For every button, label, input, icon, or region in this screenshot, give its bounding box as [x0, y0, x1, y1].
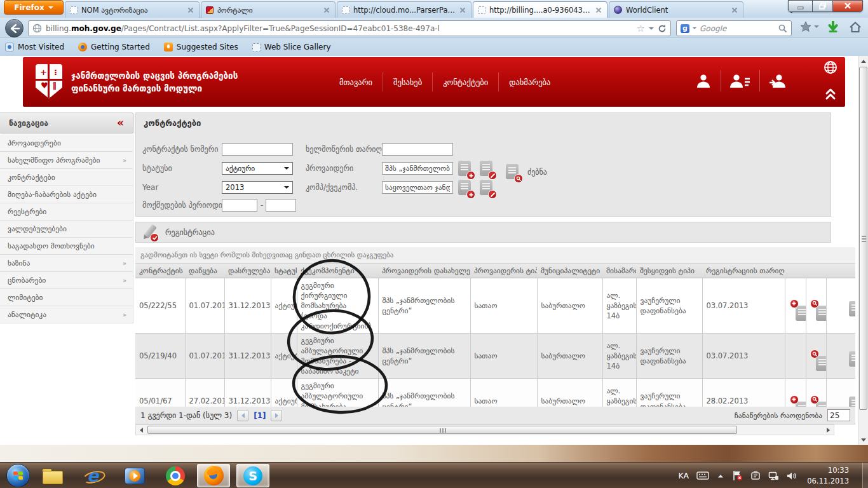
taskbar-internet-explorer[interactable] [79, 464, 107, 487]
sidebar-item-references[interactable]: ცნობარები» [0, 272, 133, 289]
close-icon[interactable] [731, 6, 738, 14]
engine-dropdown-icon[interactable] [693, 27, 696, 29]
register-button[interactable]: რეგისტრაცია [142, 224, 215, 241]
scroll-right-button[interactable] [823, 425, 834, 435]
sidebar-item-limits[interactable]: ლიმიტები [0, 289, 133, 306]
nav-about[interactable]: შესახებ [383, 72, 432, 92]
bookmark-star-icon[interactable]: ☆ [637, 23, 645, 34]
period-from-input[interactable] [222, 199, 257, 212]
col-start[interactable]: დაწყება [185, 264, 224, 278]
close-icon[interactable] [323, 6, 330, 14]
sidebar-item-acceptance-acts[interactable]: მიღება-ჩაბარების აქტები [0, 186, 133, 203]
show-desktop-button[interactable] [862, 463, 868, 488]
tab-portal[interactable]: პორტალი [201, 1, 336, 18]
component-clear-button[interactable] [480, 180, 494, 196]
col-end[interactable]: დასრულება [224, 264, 271, 278]
search-bar[interactable] [676, 20, 792, 36]
tab-nom-authorization[interactable]: NOM ავტორიზაცია [65, 1, 200, 18]
sidebar-item-liabilities[interactable]: ვალდებულებები [0, 220, 133, 238]
contract-number-input[interactable] [222, 143, 293, 156]
reload-icon[interactable] [658, 24, 667, 33]
scroll-down-button[interactable] [858, 435, 868, 445]
table-row[interactable]: 05/222/55 01.07.2013 31.12.2013 აქტიური … [135, 278, 855, 333]
sidebar-collapse-icon[interactable]: « [117, 118, 124, 128]
bookmarks-menu-button[interactable] [799, 21, 819, 32]
col-provider-type[interactable]: პროვაიდერის ტიპი [470, 264, 537, 278]
search-contracts-button[interactable]: ძებნა [506, 164, 547, 180]
action-center-flag-icon[interactable] [732, 470, 743, 481]
sidebar-item-state-programs[interactable]: სახელმწიფო პროგრამები» [0, 152, 133, 169]
nav-home[interactable]: მთავარი [329, 72, 383, 92]
horizontal-scrollbar[interactable] [135, 424, 834, 435]
component-input[interactable] [382, 181, 453, 194]
col-purchase-type[interactable]: შესყიდვის ტიპი [636, 264, 702, 278]
tab-worldclient[interactable]: WorldClient [609, 1, 743, 18]
taskbar-media-player[interactable] [121, 464, 149, 487]
hidden-icons-arrow[interactable] [717, 473, 724, 478]
sidebar-item-payment-requests[interactable]: საგადახდო მოთხოვნები [0, 238, 133, 255]
collapse-header-icon[interactable] [825, 88, 836, 103]
vertical-scrollbar-thumb[interactable] [859, 67, 867, 410]
col-contract-no[interactable]: კონტრაქტის № [135, 264, 185, 278]
col-provider-name[interactable]: პროვაიდერის დასახელება [378, 264, 470, 278]
sidebar-item-registers[interactable]: რეესტრები [0, 203, 133, 220]
nav-contacts[interactable]: კონტაქტები [432, 72, 498, 92]
firefox-menu-button[interactable]: Firefox [4, 0, 64, 15]
start-button[interactable] [6, 464, 30, 487]
language-globe-icon[interactable] [824, 60, 837, 77]
home-button[interactable] [849, 21, 862, 33]
tab-cloud-parserpage[interactable]: http://cloud.mo...ParserPage.aspx [337, 1, 471, 18]
taskbar-skype[interactable] [236, 464, 269, 487]
network-icon[interactable] [768, 471, 779, 480]
tab-billing-active[interactable]: http://billing....a0-9360430033a8 [473, 1, 607, 18]
provider-clear-button[interactable] [480, 161, 494, 177]
col-municipality[interactable]: მუნიციპალიტეტი [537, 264, 602, 278]
removable-device-icon[interactable] [750, 471, 761, 480]
search-icon[interactable] [778, 24, 787, 33]
provider-input[interactable] [382, 162, 453, 175]
col-subcomponent[interactable]: ქვეკომპონენტი [297, 264, 378, 278]
col-address[interactable]: მისამართი [602, 264, 636, 278]
sidebar-item-contracts[interactable]: კონტრაქტები [0, 169, 133, 186]
minimize-button[interactable] [788, 0, 812, 12]
bookmark-getting-started[interactable]: Getting Started [78, 43, 150, 51]
back-button[interactable] [5, 19, 24, 37]
restore-button[interactable] [812, 0, 832, 12]
col-reg-date[interactable]: რეგისტრაციის თარიღი [702, 264, 785, 278]
period-to-input[interactable] [266, 199, 296, 212]
scroll-left-button[interactable] [136, 425, 147, 435]
sidebar-item-providers[interactable]: პროვაიდერები [0, 135, 133, 152]
year-select[interactable]: 2013 [222, 181, 293, 194]
vertical-scrollbar[interactable] [858, 56, 868, 445]
current-page-button[interactable]: [1] [254, 411, 266, 420]
url-bar[interactable]: billing.moh.gov.ge/Pages/Contract/List.a… [28, 20, 671, 36]
col-status[interactable]: სტატუსი [271, 264, 297, 278]
language-indicator[interactable]: KA [679, 471, 689, 480]
table-row[interactable]: 05/219/40 01.07.2013 31.12.2013 აქტიური … [135, 333, 855, 378]
close-window-button[interactable] [832, 0, 863, 12]
downloads-button[interactable] [827, 21, 839, 34]
google-engine-icon[interactable] [681, 24, 689, 33]
provider-add-button[interactable] [458, 161, 472, 177]
records-input[interactable] [827, 409, 850, 421]
keyboard-icon[interactable] [696, 471, 709, 480]
taskbar-clock[interactable]: 10:33 06.11.2013 [807, 465, 849, 485]
taskbar-firefox[interactable] [197, 464, 230, 487]
close-icon[interactable] [595, 6, 602, 14]
sidebar-item-treasury[interactable]: ხაზინა» [0, 255, 133, 272]
sign-date-input[interactable] [382, 143, 453, 156]
user-list-icon[interactable] [721, 70, 759, 92]
volume-icon[interactable] [787, 471, 797, 480]
user-logout-icon[interactable] [759, 70, 797, 92]
bookmark-web-slice-gallery[interactable]: Web Slice Gallery [252, 43, 331, 51]
url-dropdown-icon[interactable] [649, 27, 654, 30]
sidebar-item-analytics[interactable]: ანალიტიკა» [0, 306, 133, 323]
bookmark-suggested-sites[interactable]: Suggested Sites [164, 43, 238, 51]
scroll-up-button[interactable] [858, 56, 868, 66]
status-select[interactable]: აქტიური [222, 162, 293, 175]
horizontal-scrollbar-thumb[interactable] [147, 426, 737, 434]
nav-help[interactable]: დახმარება [498, 72, 560, 92]
component-add-button[interactable] [458, 180, 472, 196]
prev-page-button[interactable] [237, 410, 248, 421]
next-page-button[interactable] [271, 410, 282, 421]
